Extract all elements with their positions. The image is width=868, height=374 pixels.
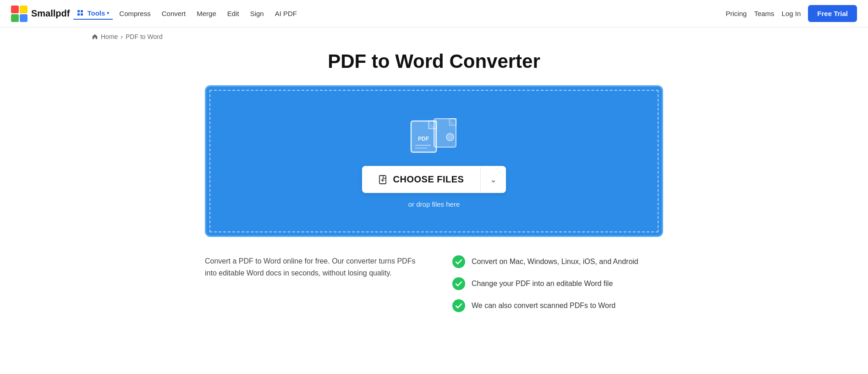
svg-point-19 (452, 299, 465, 312)
choose-files-label: CHOOSE FILES (393, 174, 464, 185)
svg-point-18 (452, 277, 465, 290)
free-trial-button[interactable]: Free Trial (808, 5, 857, 22)
logo-icon (11, 6, 27, 22)
teams-link[interactable]: Teams (754, 10, 774, 17)
svg-rect-4 (77, 10, 80, 12)
svg-rect-2 (11, 14, 19, 22)
svg-point-17 (452, 255, 465, 268)
svg-rect-0 (11, 6, 19, 13)
drop-hint: or drop files here (408, 200, 460, 208)
pricing-link[interactable]: Pricing (726, 10, 747, 17)
feature-description: Convert a PDF to Word online for free. O… (205, 255, 416, 312)
feature-item: Convert on Mac, Windows, Linux, iOS, and… (452, 255, 663, 268)
compress-link[interactable]: Compress (115, 8, 155, 19)
svg-rect-7 (81, 13, 83, 16)
login-button[interactable]: Log In (782, 10, 801, 17)
check-circle-icon (452, 299, 465, 312)
breadcrumb-current: PDF to Word (126, 33, 163, 40)
svg-text:PDF: PDF (418, 136, 429, 142)
page-title: PDF to Word Converter (205, 50, 663, 72)
breadcrumb-home[interactable]: Home (101, 33, 118, 40)
feature-text: Change your PDF into an editable Word fi… (472, 280, 613, 288)
feature-list: Convert on Mac, Windows, Linux, iOS, and… (452, 255, 663, 312)
tools-button[interactable]: Tools ▾ (73, 7, 113, 20)
feature-item: We can also convert scanned PDFs to Word (452, 299, 663, 312)
features-section: Convert a PDF to Word online for free. O… (205, 255, 663, 340)
navbar-right: Pricing Teams Log In Free Trial (726, 5, 857, 22)
aipdf-link[interactable]: AI PDF (270, 8, 302, 19)
merge-link[interactable]: Merge (192, 8, 221, 19)
home-icon (92, 33, 98, 40)
tools-chevron-icon: ▾ (107, 11, 109, 16)
svg-point-13 (446, 133, 454, 141)
choose-files-dropdown-button[interactable]: ⌄ (481, 166, 506, 193)
feature-text: Convert on Mac, Windows, Linux, iOS, and… (472, 258, 638, 266)
navbar: Smallpdf Tools ▾ Compress Convert Merge … (0, 0, 868, 28)
dropzone[interactable]: PDF CHOOSE FILES ⌄ (205, 85, 663, 237)
feature-text: We can also convert scanned PDFs to Word (472, 302, 615, 310)
tools-label: Tools (87, 9, 105, 17)
upload-icon: PDF (409, 114, 459, 155)
feature-item: Change your PDF into an editable Word fi… (452, 277, 663, 290)
logo-link[interactable]: Smallpdf (11, 6, 70, 22)
check-circle-icon (452, 255, 465, 268)
file-upload-icon (379, 175, 389, 185)
svg-rect-1 (20, 6, 27, 13)
grid-icon (77, 10, 84, 17)
sign-link[interactable]: Sign (246, 8, 269, 19)
svg-rect-5 (81, 10, 83, 12)
logo-text: Smallpdf (31, 8, 70, 19)
check-circle-icon (452, 277, 465, 290)
choose-files-row: CHOOSE FILES ⌄ (362, 166, 506, 193)
nav-links: Compress Convert Merge Edit Sign AI PDF (115, 8, 302, 19)
svg-rect-3 (20, 14, 27, 22)
chevron-down-icon: ⌄ (490, 175, 497, 184)
breadcrumb-separator: › (121, 33, 123, 40)
breadcrumb: Home › PDF to Word (0, 28, 868, 46)
convert-link[interactable]: Convert (157, 8, 191, 19)
edit-link[interactable]: Edit (223, 8, 244, 19)
choose-files-button[interactable]: CHOOSE FILES (362, 166, 481, 193)
svg-rect-6 (77, 13, 80, 16)
main-content: PDF to Word Converter PDF (113, 50, 755, 340)
